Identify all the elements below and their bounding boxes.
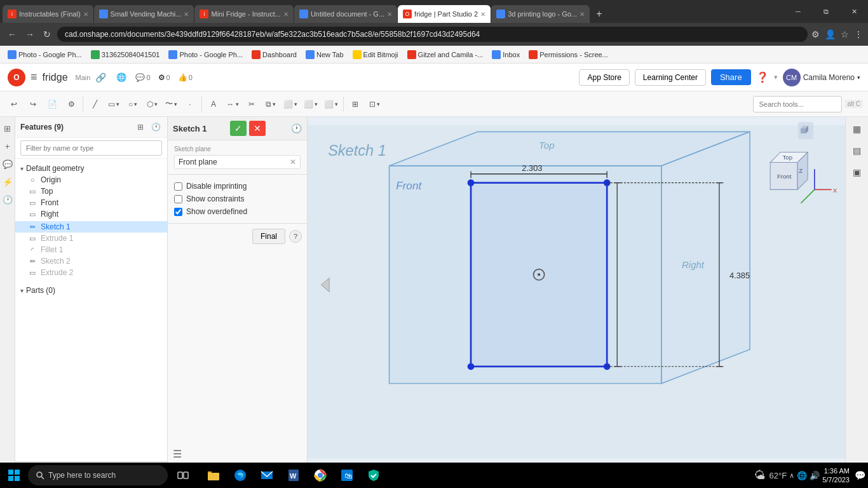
task-view-button[interactable]	[170, 463, 196, 488]
feature-sketch1[interactable]: ✏ Sketch 1	[15, 221, 167, 233]
notification-icon[interactable]: 💬	[855, 470, 865, 480]
sketch-time-icon[interactable]: 🕐	[291, 123, 302, 133]
feature-origin[interactable]: ○ Origin	[15, 174, 167, 186]
reload-button[interactable]: ↻	[41, 27, 53, 42]
bookmark-1[interactable]: Photo - Google Ph...	[4, 49, 86, 60]
learning-center-button[interactable]: Learning Center	[635, 69, 706, 86]
taskbar-search[interactable]: Type here to search	[28, 465, 168, 485]
browser-tab-1[interactable]: i Instructables (Final) ✕	[3, 5, 93, 23]
address-input[interactable]	[57, 27, 808, 42]
help-chevron[interactable]: ▾	[774, 73, 778, 81]
toolbar-mirror[interactable]: ⬜ ▾	[281, 95, 300, 114]
side-icon-filter[interactable]: ⚡	[1, 175, 14, 188]
final-button[interactable]: Final	[252, 229, 285, 244]
taskbar-edge[interactable]	[227, 463, 253, 488]
ft-icon-clock[interactable]: 🕐	[149, 121, 162, 133]
feature-fillet1[interactable]: ◜ Fillet 1	[15, 244, 167, 255]
show-overdefined-checkbox[interactable]	[174, 208, 182, 216]
toolbar-redo[interactable]: ↪	[24, 95, 42, 114]
app-store-button[interactable]: App Store	[579, 69, 629, 86]
bookmark-3[interactable]: Photo - Google Ph...	[165, 49, 247, 60]
taskbar-store[interactable]: 🛍	[334, 463, 360, 488]
side-icon-comment[interactable]: 💬	[1, 158, 14, 170]
filter-input[interactable]	[20, 140, 162, 156]
param-counter[interactable]: ⚙ 0	[158, 73, 170, 82]
bookmark-5[interactable]: New Tab	[302, 49, 348, 60]
viewport[interactable]: Sketch 1 Front Top Right	[308, 117, 845, 466]
toolbar-circle[interactable]: ○ ▾	[124, 95, 142, 114]
help-button[interactable]: ❓	[756, 71, 769, 83]
sketch-plane-clear[interactable]: ✕	[290, 158, 296, 166]
toolbar-constrain[interactable]: ⊞	[346, 95, 364, 114]
sketch-help-button[interactable]: ?	[289, 230, 302, 243]
disable-imprinting-checkbox[interactable]	[174, 182, 182, 191]
like-counter[interactable]: 👍 0	[178, 73, 193, 82]
ft-icon-expand[interactable]: ⊞	[134, 121, 147, 133]
toolbar-settings[interactable]: ⚙	[62, 95, 80, 114]
back-button[interactable]: ←	[5, 27, 19, 42]
taskbar-word[interactable]: W	[281, 463, 306, 488]
toolbar-point[interactable]: ·	[181, 95, 199, 114]
browser-tab-2[interactable]: Small Vending Machi... ✕	[94, 5, 194, 23]
toolbar-polygon[interactable]: ⬡ ▾	[143, 95, 161, 114]
tab-close-3[interactable]: ✕	[283, 11, 288, 18]
globe-icon[interactable]: 🌐	[116, 72, 126, 82]
window-close[interactable]: ✕	[840, 3, 868, 20]
toolbar-spline[interactable]: 〜 ▾	[162, 95, 180, 114]
toolbar-dim[interactable]: ↔ ▾	[224, 95, 241, 114]
tab-close-5[interactable]: ✕	[480, 11, 485, 18]
more-icon[interactable]: ⋮	[854, 29, 863, 39]
feature-top[interactable]: ▭ Top	[15, 186, 167, 197]
taskbar-file-explorer[interactable]	[201, 463, 226, 488]
user-avatar[interactable]: CM Camila Moreno ▾	[783, 69, 860, 86]
side-icon-plus[interactable]: +	[1, 140, 14, 152]
tab-close-4[interactable]: ✕	[387, 11, 392, 18]
sketch-plane-selector[interactable]: Front plane ✕	[174, 155, 301, 169]
browser-tab-5[interactable]: O fridge | Part Studio 2 ✕	[398, 5, 491, 23]
rt-btn-1[interactable]: ▦	[848, 119, 867, 139]
parts-group-header[interactable]: ▾ Parts (0)	[15, 285, 167, 296]
bookmark-9[interactable]: Permissions - Scree...	[525, 49, 612, 60]
search-tools-input[interactable]	[753, 96, 842, 112]
rt-btn-2[interactable]: ▤	[848, 141, 867, 160]
toolbar-trim[interactable]: ✂	[243, 95, 261, 114]
window-restore[interactable]: ⧉	[812, 3, 840, 20]
bookmark-4[interactable]: Dashboard	[248, 49, 301, 60]
side-icon-history[interactable]: 🕐	[1, 193, 14, 206]
share-button[interactable]: Share	[711, 69, 751, 85]
side-icon-features[interactable]: ⊞	[1, 122, 14, 135]
feature-right[interactable]: ▭ Right	[15, 208, 167, 220]
rt-btn-3[interactable]: ▣	[848, 163, 867, 182]
view-preset-button[interactable]	[798, 122, 813, 139]
bookmark-8[interactable]: Inbox	[488, 49, 524, 60]
profile-icon[interactable]: 👤	[825, 29, 836, 39]
bookmark-2[interactable]: 313625084041501	[87, 49, 164, 60]
sketch-cancel-button[interactable]: ✕	[249, 121, 266, 136]
toolbar-doc[interactable]: 📄	[43, 95, 61, 114]
browser-tab-3[interactable]: i Mini Fridge - Instruct... ✕	[194, 5, 293, 23]
toolbar-pattern[interactable]: ⬜ ▾	[301, 95, 320, 114]
geometry-group-header[interactable]: ▾ Default geometry	[15, 163, 167, 174]
extensions-icon[interactable]: ⚙	[811, 29, 820, 39]
tray-expand[interactable]: ∧	[789, 471, 794, 480]
feature-extrude2[interactable]: ▭ Extrude 2	[15, 267, 167, 278]
window-minimize[interactable]: ─	[784, 3, 812, 20]
bookmark-6[interactable]: Edit Bitmoji	[349, 49, 402, 60]
sketch-list-icon[interactable]: ☰	[173, 448, 182, 460]
taskbar-security[interactable]	[361, 463, 386, 488]
show-constraints-checkbox[interactable]	[174, 195, 182, 203]
taskbar-mail[interactable]	[254, 463, 280, 488]
tab-close-2[interactable]: ✕	[184, 11, 189, 18]
comment-counter[interactable]: 💬 0	[135, 73, 150, 82]
toolbar-line[interactable]: ╱	[86, 95, 104, 114]
forward-button[interactable]: →	[23, 27, 37, 42]
feature-extrude1[interactable]: ▭ Extrude 1	[15, 233, 167, 244]
tab-close-1[interactable]: ✕	[83, 11, 88, 18]
bookmark-icon[interactable]: ☆	[841, 29, 849, 39]
toolbar-copy[interactable]: ⧉ ▾	[262, 95, 280, 114]
new-tab-button[interactable]: +	[590, 5, 608, 23]
browser-tab-6[interactable]: 3d printing logo - Go... ✕	[491, 5, 590, 23]
link-icon[interactable]: 🔗	[95, 72, 106, 83]
taskbar-chrome[interactable]	[308, 463, 333, 488]
sketch-ok-button[interactable]: ✓	[230, 121, 247, 136]
